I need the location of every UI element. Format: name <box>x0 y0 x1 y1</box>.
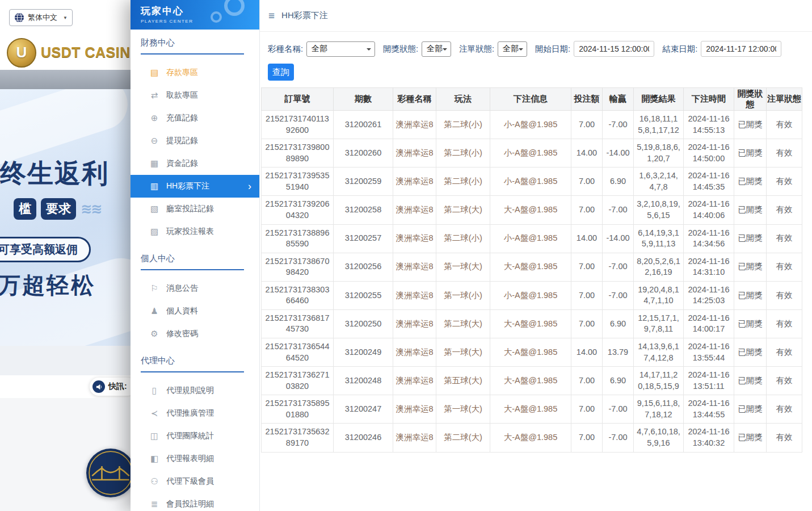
chevron-right-icon: › <box>248 181 251 191</box>
cell-win_loss: -7.00 <box>603 196 634 224</box>
sidebar-item-agent-promotion[interactable]: ≺代理推廣管理 <box>131 402 259 425</box>
room-bet-record-icon: ▧ <box>150 204 159 214</box>
sidebar-item-label: 充值記錄 <box>166 113 198 123</box>
banner-subtitle: 万超轻松 <box>0 270 95 301</box>
sidebar-item-agent-sub-members[interactable]: ⚇代理下級會員 <box>131 470 259 493</box>
sidebar-item-deposit[interactable]: ▤存款專區 <box>131 61 259 84</box>
cell-play: 第一球(小) <box>436 281 490 309</box>
sidebar-item-label: 廳室投註記錄 <box>166 204 214 214</box>
cell-period: 31200250 <box>334 309 393 338</box>
cell-play: 第一球(大) <box>436 395 490 424</box>
filter-label-bet-status: 注單狀態: <box>459 44 494 55</box>
banner-badge-partial: 槛 <box>14 198 36 220</box>
caret-down-icon: ▼ <box>63 15 68 20</box>
cell-bet_status: 有效 <box>767 167 802 196</box>
sidebar-item-agent-report-detail[interactable]: ◧代理報表明細 <box>131 447 259 470</box>
filter-label-start-date: 開始日期: <box>535 44 570 55</box>
cell-draw_status: 已開獎 <box>734 111 767 139</box>
brand-emblem: U <box>7 38 36 68</box>
sidebar-item-room-bet-records[interactable]: ▧廳室投註記錄 <box>131 198 259 220</box>
cell-bet_status: 有效 <box>767 281 802 309</box>
cell-play: 第一球(大) <box>436 338 490 367</box>
sidebar-section-heading: 財務中心 <box>141 37 244 55</box>
cell-period: 31200258 <box>334 196 393 224</box>
cell-order_no: 2152173173980089890 <box>262 139 334 167</box>
cell-play: 第二球(小) <box>436 167 490 196</box>
cell-order_no: 2152173174011392600 <box>262 111 334 139</box>
sidebar-item-player-bet-report[interactable]: ▨玩家投注報表 <box>131 220 259 243</box>
lottery-select[interactable]: 全部 <box>306 41 375 57</box>
col-header-play: 玩法 <box>436 88 490 111</box>
end-date-input[interactable] <box>701 41 781 57</box>
share-icon: ≺ <box>150 408 159 418</box>
player-center-modal: 玩家中心 PLAYERS CENTER 財務中心▤存款專區⇄取款專區⊕充值記錄⊖… <box>131 0 812 511</box>
cell-bet_info: 大-A盤@1.985 <box>490 424 571 452</box>
sidebar-item-withdrawal-records[interactable]: ⊖提現記錄 <box>131 129 259 152</box>
bridge-logo-icon <box>86 449 131 497</box>
bet-status-select[interactable]: 全部 <box>498 41 527 57</box>
background-bottom <box>0 398 131 511</box>
sidebar-item-withdraw[interactable]: ⇄取款專區 <box>131 84 259 107</box>
sidebar-item-member-bet-detail[interactable]: ≣會員投註明細 <box>131 493 259 511</box>
brand-emblem-letter: U <box>16 44 27 61</box>
sidebar-item-label: 個人資料 <box>166 306 198 316</box>
draw-status-select[interactable]: 全部 <box>422 41 451 57</box>
table-row: 215217317358950188031200247澳洲幸运8第一球(大)大-… <box>262 395 802 424</box>
cell-win_loss: -7.00 <box>603 253 634 281</box>
cell-period: 31200247 <box>334 395 393 424</box>
cell-play: 第五球(大) <box>436 367 490 395</box>
cell-lottery: 澳洲幸运8 <box>393 196 436 224</box>
cell-period: 31200249 <box>334 338 393 367</box>
cell-amount: 14.00 <box>571 139 603 167</box>
cell-draw_status: 已開獎 <box>734 395 767 424</box>
cell-lottery: 澳洲幸运8 <box>393 281 436 309</box>
col-header-lottery: 彩種名稱 <box>393 88 436 111</box>
sidebar-item-announcements[interactable]: ⚐消息公告 <box>131 277 259 300</box>
main-content: ≡ HH彩票下注 彩種名稱: 全部 開獎狀態: 全部 注單狀態: 全部 開始日期… <box>260 0 812 511</box>
cell-period: 31200246 <box>334 424 393 452</box>
cell-play: 第二球(小) <box>436 224 490 253</box>
cell-draw_status: 已開獎 <box>734 196 767 224</box>
sidebar-item-label: 資金記錄 <box>166 158 198 169</box>
cell-win_loss: -14.00 <box>603 224 634 253</box>
cell-amount: 7.00 <box>571 253 603 281</box>
cell-bet_status: 有效 <box>767 196 802 224</box>
menu-toggle-icon[interactable]: ≡ <box>268 10 275 22</box>
cell-order_no: 2152173173654464520 <box>262 338 334 367</box>
start-date-input[interactable] <box>574 41 654 57</box>
cell-bet_time: 2024-11-16 13:55:44 <box>684 338 734 367</box>
sidebar-subtitle: PLAYERS CENTER <box>141 19 259 24</box>
cell-bet_info: 大-A盤@1.985 <box>490 367 571 395</box>
sidebar-item-change-password[interactable]: ⚙修改密碼 <box>131 322 259 345</box>
table-header-row: 訂單號期數彩種名稱玩法下注信息投注額輸贏開獎結果下注時間開獎狀態注單狀態 <box>262 88 802 111</box>
floating-brand-button[interactable] <box>86 449 131 497</box>
cell-amount: 14.00 <box>571 224 603 253</box>
sidebar-item-agent-team-stats[interactable]: ◫代理團隊統計 <box>131 425 259 447</box>
cell-bet_info: 小-A盤@1.985 <box>490 281 571 309</box>
cell-play: 第二球(小) <box>436 111 490 139</box>
cell-period: 31200248 <box>334 367 393 395</box>
cell-result: 16,18,11,15,8,1,17,12 <box>634 111 684 139</box>
cell-win_loss: 13.79 <box>603 338 634 367</box>
cell-period: 31200260 <box>334 139 393 167</box>
cell-lottery: 澳洲幸运8 <box>393 309 436 338</box>
cell-period: 31200256 <box>334 253 393 281</box>
sidebar-item-profile[interactable]: ♟個人資料 <box>131 300 259 322</box>
cell-result: 9,15,6,11,8,7,18,12 <box>634 395 684 424</box>
sidebar-item-label: 取款專區 <box>166 90 198 100</box>
cell-amount: 7.00 <box>571 196 603 224</box>
sidebar-item-hh-lottery-bets[interactable]: ▥HH彩票下注› <box>131 175 259 198</box>
sidebar-item-recharge-records[interactable]: ⊕充值記錄 <box>131 107 259 129</box>
sidebar-item-agent-rules[interactable]: ▯代理規則說明 <box>131 379 259 402</box>
globe-icon <box>14 12 24 23</box>
cell-draw_status: 已開獎 <box>734 253 767 281</box>
cell-result: 3,2,10,8,19,5,6,15 <box>634 196 684 224</box>
users-icon: ⚇ <box>150 476 159 487</box>
col-header-bet_status: 注單狀態 <box>767 88 802 111</box>
table-row: 215217317398008989031200260澳洲幸运8第二球(小)小-… <box>262 139 802 167</box>
search-button[interactable]: 查詢 <box>268 64 294 81</box>
cell-period: 31200257 <box>334 224 393 253</box>
cell-lottery: 澳洲幸运8 <box>393 167 436 196</box>
language-selector[interactable]: 繁体中文 ▼ <box>9 9 73 26</box>
sidebar-item-funds-records[interactable]: ▦資金記錄 <box>131 152 259 175</box>
